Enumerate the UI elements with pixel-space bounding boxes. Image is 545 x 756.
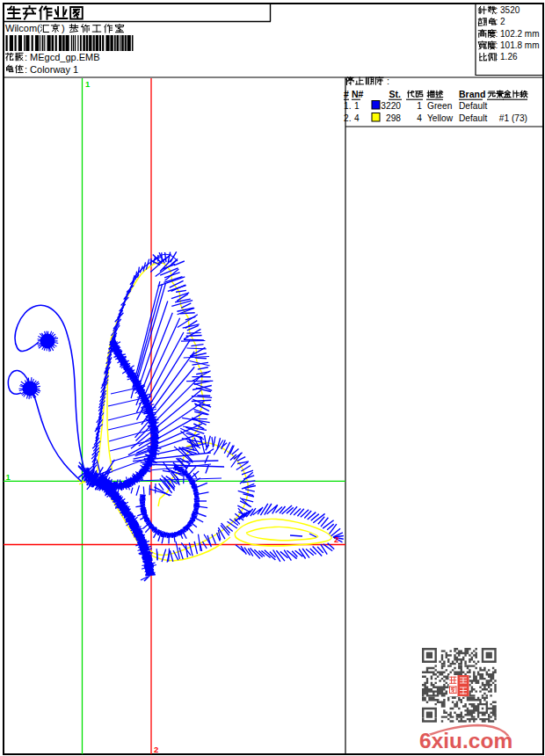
svg-text:1: 1	[417, 101, 422, 111]
svg-text::: :	[387, 76, 389, 86]
svg-text:Default: Default	[459, 101, 487, 111]
svg-text:3220: 3220	[381, 101, 401, 111]
svg-text:): )	[62, 23, 65, 33]
svg-text:4: 4	[417, 113, 422, 123]
svg-text:: Colorway 1: : Colorway 1	[25, 64, 78, 75]
svg-text:N#: N#	[352, 89, 364, 99]
svg-text:2: 2	[334, 534, 338, 544]
svg-text:2: 2	[154, 745, 158, 754]
svg-text:298: 298	[386, 113, 401, 123]
svg-text:St.: St.	[389, 89, 402, 99]
svg-text:2.: 2.	[344, 113, 352, 123]
svg-text:#: #	[344, 89, 349, 99]
svg-text:4: 4	[354, 113, 360, 123]
svg-text:: 1.26: : 1.26	[496, 52, 518, 62]
svg-text:Default: Default	[459, 113, 487, 123]
svg-text:Wilcom(: Wilcom(	[5, 23, 40, 33]
svg-text:1: 1	[85, 79, 91, 89]
svg-text:: MEgcd_gp.EMB: : MEgcd_gp.EMB	[25, 52, 100, 62]
svg-text:: 2: : 2	[496, 17, 506, 26]
svg-text:1: 1	[354, 101, 360, 111]
svg-text:6xiu.com: 6xiu.com	[419, 729, 512, 752]
svg-text:Green: Green	[427, 101, 452, 111]
svg-text:Brand: Brand	[459, 89, 485, 99]
svg-text:#1 (73): #1 (73)	[499, 113, 527, 123]
svg-text:: 101.8 mm: : 101.8 mm	[496, 40, 540, 50]
svg-text:: 3520: : 3520	[496, 5, 520, 15]
svg-text:1.: 1.	[344, 101, 352, 111]
svg-text:Yellow: Yellow	[427, 113, 454, 123]
svg-text:: 102.2 mm: : 102.2 mm	[496, 29, 540, 39]
svg-text:1: 1	[6, 472, 11, 482]
